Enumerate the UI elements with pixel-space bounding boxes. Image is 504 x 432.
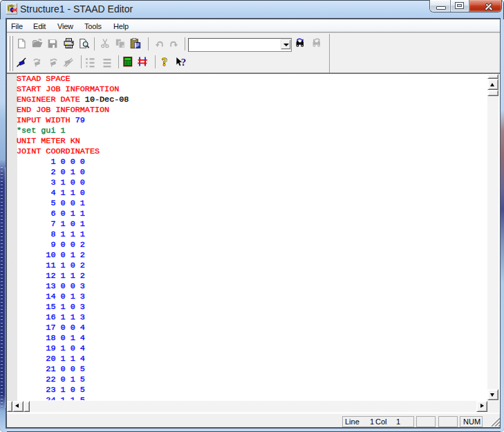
svg-text:?: ? (181, 57, 187, 68)
svg-text:?: ? (162, 56, 167, 67)
